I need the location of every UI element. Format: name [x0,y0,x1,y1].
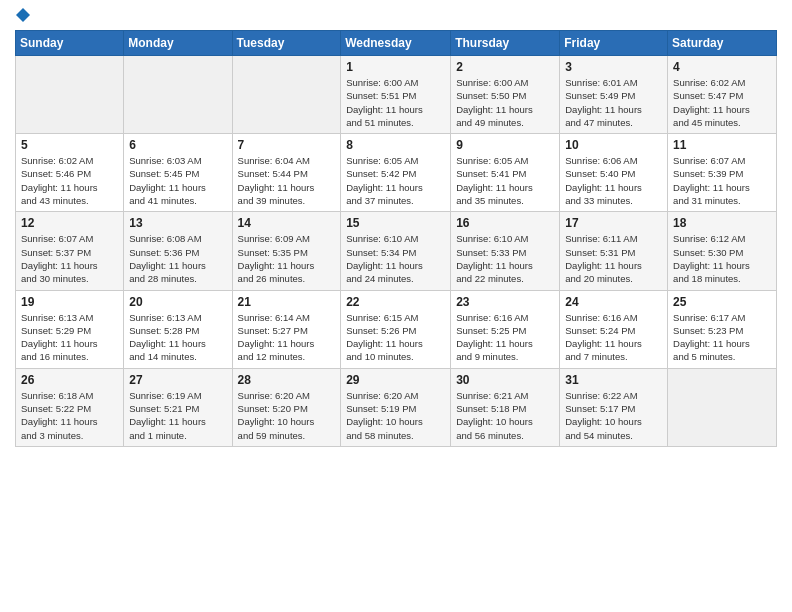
weekday-saturday: Saturday [668,31,777,56]
calendar-cell: 4Sunrise: 6:02 AM Sunset: 5:47 PM Daylig… [668,56,777,134]
calendar-cell [16,56,124,134]
day-info: Sunrise: 6:20 AM Sunset: 5:20 PM Dayligh… [238,389,336,442]
day-info: Sunrise: 6:18 AM Sunset: 5:22 PM Dayligh… [21,389,118,442]
weekday-friday: Friday [560,31,668,56]
day-number: 16 [456,216,554,230]
day-number: 11 [673,138,771,152]
calendar-cell [232,56,341,134]
weekday-monday: Monday [124,31,232,56]
calendar-cell: 23Sunrise: 6:16 AM Sunset: 5:25 PM Dayli… [451,290,560,368]
day-info: Sunrise: 6:20 AM Sunset: 5:19 PM Dayligh… [346,389,445,442]
day-number: 28 [238,373,336,387]
day-info: Sunrise: 6:22 AM Sunset: 5:17 PM Dayligh… [565,389,662,442]
logo-icon [16,8,30,22]
calendar-cell: 9Sunrise: 6:05 AM Sunset: 5:41 PM Daylig… [451,134,560,212]
day-number: 6 [129,138,226,152]
day-number: 18 [673,216,771,230]
calendar-cell: 18Sunrise: 6:12 AM Sunset: 5:30 PM Dayli… [668,212,777,290]
calendar-cell: 5Sunrise: 6:02 AM Sunset: 5:46 PM Daylig… [16,134,124,212]
day-number: 8 [346,138,445,152]
logo [15,10,30,22]
day-info: Sunrise: 6:11 AM Sunset: 5:31 PM Dayligh… [565,232,662,285]
calendar-cell [668,368,777,446]
day-info: Sunrise: 6:03 AM Sunset: 5:45 PM Dayligh… [129,154,226,207]
calendar-cell: 24Sunrise: 6:16 AM Sunset: 5:24 PM Dayli… [560,290,668,368]
day-number: 21 [238,295,336,309]
day-number: 14 [238,216,336,230]
calendar-cell: 7Sunrise: 6:04 AM Sunset: 5:44 PM Daylig… [232,134,341,212]
day-info: Sunrise: 6:05 AM Sunset: 5:41 PM Dayligh… [456,154,554,207]
day-info: Sunrise: 6:12 AM Sunset: 5:30 PM Dayligh… [673,232,771,285]
day-info: Sunrise: 6:16 AM Sunset: 5:24 PM Dayligh… [565,311,662,364]
calendar-cell: 30Sunrise: 6:21 AM Sunset: 5:18 PM Dayli… [451,368,560,446]
day-info: Sunrise: 6:06 AM Sunset: 5:40 PM Dayligh… [565,154,662,207]
day-number: 26 [21,373,118,387]
day-info: Sunrise: 6:15 AM Sunset: 5:26 PM Dayligh… [346,311,445,364]
calendar-cell: 27Sunrise: 6:19 AM Sunset: 5:21 PM Dayli… [124,368,232,446]
day-number: 25 [673,295,771,309]
weekday-wednesday: Wednesday [341,31,451,56]
calendar-cell: 6Sunrise: 6:03 AM Sunset: 5:45 PM Daylig… [124,134,232,212]
calendar-cell: 19Sunrise: 6:13 AM Sunset: 5:29 PM Dayli… [16,290,124,368]
day-number: 27 [129,373,226,387]
calendar-cell: 2Sunrise: 6:00 AM Sunset: 5:50 PM Daylig… [451,56,560,134]
calendar-cell: 21Sunrise: 6:14 AM Sunset: 5:27 PM Dayli… [232,290,341,368]
day-info: Sunrise: 6:08 AM Sunset: 5:36 PM Dayligh… [129,232,226,285]
day-info: Sunrise: 6:13 AM Sunset: 5:28 PM Dayligh… [129,311,226,364]
day-info: Sunrise: 6:21 AM Sunset: 5:18 PM Dayligh… [456,389,554,442]
calendar-week-2: 12Sunrise: 6:07 AM Sunset: 5:37 PM Dayli… [16,212,777,290]
calendar-cell: 3Sunrise: 6:01 AM Sunset: 5:49 PM Daylig… [560,56,668,134]
svg-marker-0 [16,8,30,22]
day-number: 5 [21,138,118,152]
day-number: 29 [346,373,445,387]
day-number: 9 [456,138,554,152]
calendar-cell: 20Sunrise: 6:13 AM Sunset: 5:28 PM Dayli… [124,290,232,368]
day-info: Sunrise: 6:05 AM Sunset: 5:42 PM Dayligh… [346,154,445,207]
day-info: Sunrise: 6:10 AM Sunset: 5:33 PM Dayligh… [456,232,554,285]
calendar-week-1: 5Sunrise: 6:02 AM Sunset: 5:46 PM Daylig… [16,134,777,212]
day-number: 15 [346,216,445,230]
day-info: Sunrise: 6:13 AM Sunset: 5:29 PM Dayligh… [21,311,118,364]
day-number: 7 [238,138,336,152]
day-number: 30 [456,373,554,387]
calendar-cell: 28Sunrise: 6:20 AM Sunset: 5:20 PM Dayli… [232,368,341,446]
calendar-cell: 1Sunrise: 6:00 AM Sunset: 5:51 PM Daylig… [341,56,451,134]
calendar-cell: 17Sunrise: 6:11 AM Sunset: 5:31 PM Dayli… [560,212,668,290]
day-number: 31 [565,373,662,387]
day-info: Sunrise: 6:02 AM Sunset: 5:47 PM Dayligh… [673,76,771,129]
calendar-table: SundayMondayTuesdayWednesdayThursdayFrid… [15,30,777,447]
calendar-week-3: 19Sunrise: 6:13 AM Sunset: 5:29 PM Dayli… [16,290,777,368]
day-info: Sunrise: 6:17 AM Sunset: 5:23 PM Dayligh… [673,311,771,364]
day-info: Sunrise: 6:07 AM Sunset: 5:37 PM Dayligh… [21,232,118,285]
calendar-cell: 8Sunrise: 6:05 AM Sunset: 5:42 PM Daylig… [341,134,451,212]
calendar-cell: 31Sunrise: 6:22 AM Sunset: 5:17 PM Dayli… [560,368,668,446]
calendar-week-0: 1Sunrise: 6:00 AM Sunset: 5:51 PM Daylig… [16,56,777,134]
calendar-body: 1Sunrise: 6:00 AM Sunset: 5:51 PM Daylig… [16,56,777,447]
day-number: 1 [346,60,445,74]
day-number: 3 [565,60,662,74]
day-number: 22 [346,295,445,309]
day-info: Sunrise: 6:19 AM Sunset: 5:21 PM Dayligh… [129,389,226,442]
calendar-cell: 15Sunrise: 6:10 AM Sunset: 5:34 PM Dayli… [341,212,451,290]
day-number: 10 [565,138,662,152]
calendar-cell: 16Sunrise: 6:10 AM Sunset: 5:33 PM Dayli… [451,212,560,290]
day-number: 24 [565,295,662,309]
day-info: Sunrise: 6:09 AM Sunset: 5:35 PM Dayligh… [238,232,336,285]
day-number: 4 [673,60,771,74]
day-number: 20 [129,295,226,309]
day-info: Sunrise: 6:01 AM Sunset: 5:49 PM Dayligh… [565,76,662,129]
calendar-cell: 26Sunrise: 6:18 AM Sunset: 5:22 PM Dayli… [16,368,124,446]
calendar-cell: 22Sunrise: 6:15 AM Sunset: 5:26 PM Dayli… [341,290,451,368]
day-info: Sunrise: 6:04 AM Sunset: 5:44 PM Dayligh… [238,154,336,207]
day-info: Sunrise: 6:07 AM Sunset: 5:39 PM Dayligh… [673,154,771,207]
day-number: 23 [456,295,554,309]
calendar-cell: 29Sunrise: 6:20 AM Sunset: 5:19 PM Dayli… [341,368,451,446]
calendar-cell: 12Sunrise: 6:07 AM Sunset: 5:37 PM Dayli… [16,212,124,290]
day-number: 12 [21,216,118,230]
day-number: 19 [21,295,118,309]
calendar-cell: 11Sunrise: 6:07 AM Sunset: 5:39 PM Dayli… [668,134,777,212]
calendar-cell: 25Sunrise: 6:17 AM Sunset: 5:23 PM Dayli… [668,290,777,368]
calendar-cell: 10Sunrise: 6:06 AM Sunset: 5:40 PM Dayli… [560,134,668,212]
day-info: Sunrise: 6:10 AM Sunset: 5:34 PM Dayligh… [346,232,445,285]
weekday-sunday: Sunday [16,31,124,56]
